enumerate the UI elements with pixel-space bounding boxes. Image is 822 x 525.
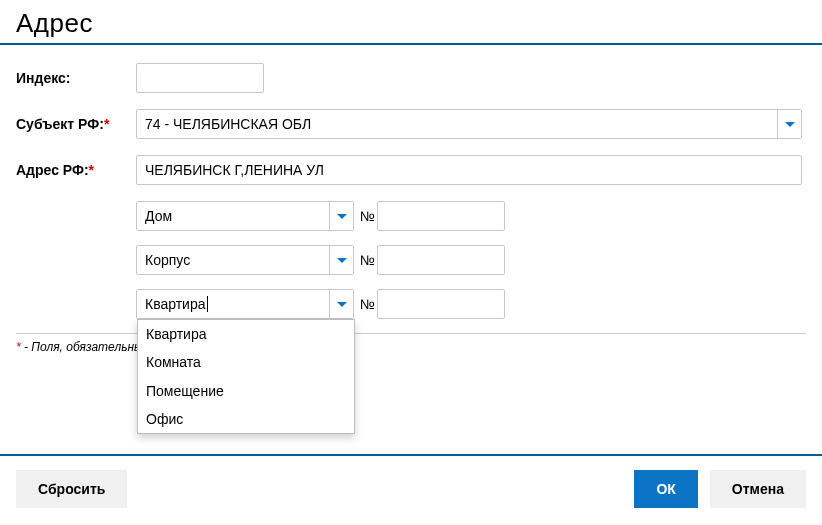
apartment-num-label: №	[360, 296, 375, 312]
address-input[interactable]	[136, 155, 802, 185]
row-index: Индекс:	[16, 63, 806, 93]
apartment-type-toggle[interactable]	[329, 290, 353, 318]
dropdown-option-room[interactable]: Комната	[138, 348, 354, 376]
corpus-type-value: Корпус	[137, 246, 329, 274]
label-index: Индекс:	[16, 70, 136, 86]
chevron-down-icon	[337, 258, 347, 263]
chevron-down-icon	[337, 214, 347, 219]
apartment-type-select[interactable]: Квартира Квартира Комната Помещение Офис	[136, 289, 354, 319]
dropdown-option-apartment[interactable]: Квартира	[138, 320, 354, 348]
page-title: Адрес	[16, 8, 806, 39]
dialog-header: Адрес	[0, 0, 822, 43]
row-corpus: Корпус №	[136, 245, 806, 275]
dropdown-option-premise[interactable]: Помещение	[138, 377, 354, 405]
dropdown-option-office[interactable]: Офис	[138, 405, 354, 433]
corpus-num-input[interactable]	[377, 245, 505, 275]
label-address: Адрес РФ:*	[16, 162, 136, 178]
chevron-down-icon	[785, 122, 795, 127]
corpus-type-toggle[interactable]	[329, 246, 353, 274]
header-divider	[0, 43, 822, 45]
form-bottom-divider	[16, 333, 806, 334]
chevron-down-icon	[337, 302, 347, 307]
reset-button[interactable]: Сбросить	[16, 470, 127, 508]
subject-select-value: 74 - ЧЕЛЯБИНСКАЯ ОБЛ	[137, 110, 777, 138]
index-input[interactable]	[136, 63, 264, 93]
house-type-toggle[interactable]	[329, 202, 353, 230]
apartment-type-dropdown: Квартира Комната Помещение Офис	[137, 319, 355, 434]
house-num-input[interactable]	[377, 201, 505, 231]
row-subject: Субъект РФ:* 74 - ЧЕЛЯБИНСКАЯ ОБЛ	[16, 109, 806, 139]
address-form: Индекс: Субъект РФ:* 74 - ЧЕЛЯБИНСКАЯ ОБ…	[0, 63, 822, 319]
dialog-footer: Сбросить ОК Отмена	[0, 456, 822, 522]
subject-select[interactable]: 74 - ЧЕЛЯБИНСКАЯ ОБЛ	[136, 109, 802, 139]
house-num-label: №	[360, 208, 375, 224]
apartment-num-input[interactable]	[377, 289, 505, 319]
corpus-type-select[interactable]: Корпус	[136, 245, 354, 275]
required-fields-note: * - Поля, обязательны	[0, 340, 822, 354]
house-type-select[interactable]: Дом	[136, 201, 354, 231]
row-apartment: Квартира Квартира Комната Помещение Офис…	[136, 289, 806, 319]
row-house: Дом №	[136, 201, 806, 231]
apartment-type-value: Квартира	[137, 290, 329, 318]
ok-button[interactable]: ОК	[634, 470, 697, 508]
house-type-value: Дом	[137, 202, 329, 230]
row-address: Адрес РФ:*	[16, 155, 806, 185]
corpus-num-label: №	[360, 252, 375, 268]
label-subject: Субъект РФ:*	[16, 116, 136, 132]
cancel-button[interactable]: Отмена	[710, 470, 806, 508]
subject-select-toggle[interactable]	[777, 110, 801, 138]
